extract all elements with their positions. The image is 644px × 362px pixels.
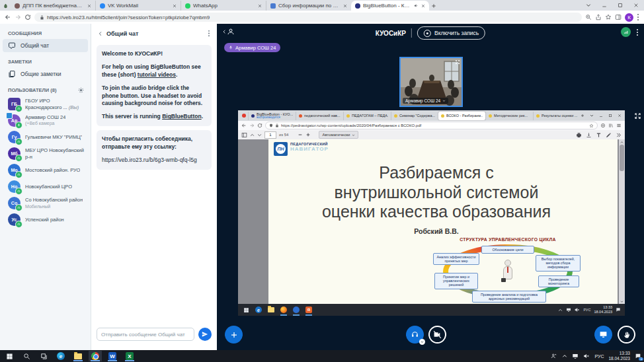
minimize-button[interactable] — [596, 0, 612, 10]
slide-page: ПН ПЕДАГОГИЧЕСКИЙ НАВИГАТОР Разбираемся … — [268, 139, 618, 304]
clock[interactable]: 13:33 18.04.2023 — [608, 351, 630, 361]
excel-taskbar-icon[interactable]: X — [123, 351, 136, 361]
profile-avatar[interactable]: К — [625, 13, 633, 22]
people-icon[interactable] — [551, 353, 557, 359]
new-tab-button[interactable] — [429, 1, 438, 11]
pinned-tab[interactable] — [0, 1, 11, 11]
task-view-button[interactable] — [37, 351, 50, 361]
reload-icon — [257, 123, 262, 128]
address-bar[interactable]: https://veb.iro23.ru/html5client/join?se… — [34, 13, 582, 22]
network-icon — [566, 307, 571, 312]
browser-toolbar: https://veb.iro23.ru/html5client/join?se… — [0, 11, 644, 24]
screenshare-view: BigBlueButton - КУО...воспроизводится пе… — [238, 110, 625, 316]
keyboard-lang: РУС — [583, 308, 590, 312]
text-tool-icon — [596, 132, 602, 138]
volume-muted-icon[interactable] — [583, 353, 590, 359]
diagram-box: Анализ эффективности принятых мер — [433, 253, 479, 265]
user-row[interactable]: Гу Гулькевичи МКУ "РИМЦ" — [0, 129, 91, 145]
connection-status-icon[interactable] — [621, 27, 631, 37]
zoom-page-icon[interactable] — [585, 14, 592, 20]
padlock-icon[interactable] — [40, 15, 44, 20]
user-row[interactable]: ГБ ГБОУ ИРО Краснодарского ... (Вы) — [0, 96, 91, 112]
chat-input[interactable] — [97, 328, 194, 341]
diagram-person-figure — [501, 260, 515, 286]
shared-tab: ПЕДАГОГАМ – ПЕДА... — [343, 112, 391, 120]
webcam-tile[interactable]: Армавир СОШ 24 — [399, 57, 463, 107]
firefox-icon — [280, 306, 288, 314]
shield-icon — [269, 124, 273, 127]
browser-tab[interactable]: Сбор информации по работе — [266, 1, 351, 11]
forward-icon[interactable] — [15, 14, 21, 20]
manage-users-gear-icon[interactable] — [78, 87, 84, 93]
fullscreen-presentation-icon[interactable] — [634, 112, 641, 120]
actions-plus-button[interactable] — [225, 326, 243, 344]
sidepanel-icon[interactable] — [615, 14, 622, 20]
shared-firefox-tabstrip: BigBlueButton - КУО...воспроизводится пе… — [238, 110, 625, 121]
user-name: Гулькевичи МКУ "РИМЦ" — [25, 134, 82, 140]
word-taskbar-icon[interactable]: W — [106, 351, 119, 361]
raise-hand-button[interactable] — [618, 326, 635, 344]
options-menu-icon[interactable] — [636, 28, 639, 36]
browser-tab[interactable]: ДПП ПК внебюджетная «Упра — [11, 1, 95, 11]
explorer-taskbar-icon[interactable] — [71, 351, 85, 361]
keyboard-lang[interactable]: РУС — [594, 354, 604, 359]
tab-close-icon[interactable] — [343, 4, 347, 8]
tab-close-icon[interactable] — [173, 4, 177, 8]
diagram-box: Проведение мониторинга — [538, 275, 579, 287]
chat-menu-icon[interactable] — [208, 30, 210, 37]
screenshare-button[interactable] — [594, 326, 612, 344]
tab-audio-icon[interactable] — [414, 3, 419, 8]
bigbluebutton-link[interactable]: BigBlueButton — [162, 113, 202, 120]
browser-menu-icon[interactable] — [637, 13, 639, 21]
user-row[interactable]: Со Со Новокубанский районМобильный — [0, 195, 91, 211]
webcam-fullscreen-icon[interactable] — [455, 59, 460, 65]
webcam-label[interactable]: Армавир СОШ 24 — [403, 98, 448, 104]
start-recording-button[interactable]: Включить запись — [417, 26, 485, 40]
start-button[interactable] — [3, 351, 16, 361]
tutorial-videos-link[interactable]: tutorial videos — [138, 71, 176, 78]
hidden-icons-chevron[interactable] — [562, 353, 567, 359]
user-row[interactable]: Мо Мостовский район. РУО — [0, 162, 91, 178]
shared-window-controls — [581, 114, 625, 118]
tab-close-icon[interactable] — [421, 4, 425, 8]
toggle-userlist-button[interactable] — [222, 28, 235, 36]
share-icon[interactable] — [595, 14, 602, 20]
tab-close-icon[interactable] — [87, 4, 91, 8]
action-center-icon[interactable]: 1 — [635, 353, 641, 359]
bookmark-star-icon[interactable] — [605, 14, 612, 20]
chat-back-icon[interactable] — [98, 31, 103, 36]
user-avatar: Мб — [8, 147, 20, 160]
search-button[interactable] — [20, 351, 33, 361]
divider — [411, 28, 412, 38]
close-button[interactable] — [628, 0, 644, 10]
tab-search-icon[interactable] — [581, 0, 596, 10]
send-message-button[interactable] — [198, 328, 212, 341]
browser-tab[interactable]: WhatsApp — [181, 1, 266, 11]
sidebar-item-public-chat[interactable]: Общий чат — [3, 39, 88, 52]
browser-tab-active[interactable]: BigBlueButton - КУОСиКР — [351, 1, 429, 11]
diagram-box: Выбор показателей, методов сбора информа… — [536, 255, 581, 272]
maximize-button[interactable] — [612, 0, 628, 10]
user-row[interactable]: Ус Успенский район — [0, 211, 91, 228]
back-icon[interactable] — [5, 14, 11, 20]
messages-header: СООБЩЕНИЯ — [8, 30, 91, 36]
network-icon[interactable] — [572, 353, 579, 359]
talking-indicator-badge[interactable]: Армавир СОШ 24 — [224, 43, 280, 52]
sidebar-item-shared-notes[interactable]: Общие заметки — [3, 67, 88, 81]
mute-audio-button[interactable] — [406, 326, 424, 344]
audio-device-chevron[interactable] — [419, 339, 425, 345]
user-row[interactable]: Но Новокубанский ЦРО — [0, 178, 91, 195]
webcam-toggle-button[interactable] — [428, 326, 446, 344]
shared-tab: Методические рек... — [485, 112, 533, 120]
browser-tab[interactable]: VK WorkMail — [95, 1, 181, 11]
reload-icon[interactable] — [24, 14, 31, 20]
chrome-taskbar-icon[interactable] — [89, 351, 102, 361]
tab-close-icon[interactable] — [258, 4, 262, 8]
bbb-sidebar: СООБЩЕНИЯ Общий чат ЗАМЕТКИ Общие заметк… — [0, 24, 91, 350]
edge-taskbar-icon[interactable]: e — [54, 351, 67, 361]
invite-link[interactable]: https://veb.iro23.ru/b/6g3-wmb-qfq-l5g — [102, 157, 206, 164]
user-row[interactable]: Мб МБУ ЦРО Новокубанский р-н — [0, 145, 91, 162]
user-row[interactable]: Ар Армавир СОШ 24(+Веб камера — [0, 112, 91, 129]
headphones-badge-icon — [15, 155, 22, 162]
explorer-icon — [267, 306, 275, 314]
